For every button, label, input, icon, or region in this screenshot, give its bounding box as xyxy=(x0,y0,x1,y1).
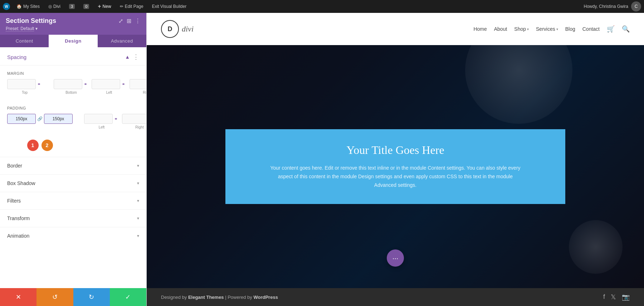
filters-section: Filters ▾ xyxy=(0,192,146,209)
menu-blog[interactable]: Blog xyxy=(565,26,575,32)
wordpress-icon[interactable]: W xyxy=(3,3,10,10)
padding-right-label: Right xyxy=(135,125,143,129)
padding-left-input[interactable] xyxy=(84,114,113,124)
margin-top-group: ⚭ Top xyxy=(7,79,42,94)
margin-label: Margin xyxy=(7,71,139,76)
redo-button[interactable]: ↻ xyxy=(73,288,110,306)
panel-tabs: Content Design Advanced xyxy=(0,35,146,47)
instagram-icon[interactable]: 📷 xyxy=(622,293,630,301)
margin-right-group: ⚭ Right xyxy=(130,79,146,94)
tab-design[interactable]: Design xyxy=(49,35,97,47)
tab-advanced[interactable]: Advanced xyxy=(98,35,146,47)
menu-home[interactable]: Home xyxy=(473,26,487,32)
padding-right-input[interactable] xyxy=(122,114,146,124)
margin-left-label: Left xyxy=(106,91,112,94)
facebook-icon[interactable]: f xyxy=(603,293,605,301)
divi-menu[interactable]: ◎ Divi xyxy=(46,3,63,10)
margin-bottom-link-icon[interactable]: ⚭ xyxy=(82,82,89,87)
more-options-icon[interactable]: ⋮ xyxy=(135,18,141,24)
margin-top-link-icon[interactable]: ⚭ xyxy=(36,82,42,87)
cancel-icon: ✕ xyxy=(16,293,21,301)
cancel-button[interactable]: ✕ xyxy=(0,288,36,306)
services-dropdown-arrow: ▾ xyxy=(556,27,558,31)
margin-top-input[interactable] xyxy=(7,79,36,89)
hero-section: Your Title Goes Here Your content goes h… xyxy=(147,45,644,288)
padding-left-group: ⚭ Left xyxy=(84,114,119,129)
exit-builder-button[interactable]: Exit Visual Builder xyxy=(150,3,189,10)
comment-bubble: 3 xyxy=(69,4,75,9)
box-shadow-chevron-icon: ▾ xyxy=(137,181,139,186)
new-button[interactable]: + New xyxy=(96,2,113,11)
margin-bottom-input[interactable] xyxy=(54,79,82,89)
filters-title: Filters xyxy=(7,198,21,204)
animation-header[interactable]: Animation ▾ xyxy=(0,227,146,244)
menu-about[interactable]: About xyxy=(494,26,507,32)
sites-icon: 🏠 xyxy=(16,4,22,9)
admin-bar: W 🏠 My Sites ◎ Divi 3 0 + New ✏ Edit Pag… xyxy=(0,0,644,13)
padding-bottom-input[interactable] xyxy=(44,114,73,124)
reset-icon: ↺ xyxy=(52,293,58,301)
search-icon[interactable]: 🔍 xyxy=(622,25,630,33)
admin-bar-right: Howdy, Christina Gwira C xyxy=(584,1,641,11)
bottom-toolbar: ✕ ↺ ↻ ✓ xyxy=(0,288,146,306)
margin-right-input[interactable] xyxy=(130,79,146,89)
margin-left-input[interactable] xyxy=(92,79,120,89)
transform-title: Transform xyxy=(7,215,30,221)
box-shadow-title: Box Shadow xyxy=(7,180,35,186)
twitter-icon[interactable]: 𝕏 xyxy=(611,293,616,301)
comment-count[interactable]: 3 xyxy=(67,3,77,10)
tab-content[interactable]: Content xyxy=(0,35,49,47)
margin-left-link-icon[interactable]: ⚭ xyxy=(120,82,127,87)
spacing-section-header: Spacing ▲ ⋮ xyxy=(0,47,146,65)
menu-services[interactable]: Services ▾ xyxy=(536,26,558,32)
padding-left-link-icon[interactable]: ⚭ xyxy=(113,116,119,121)
section-header-actions: ▲ ⋮ xyxy=(125,53,139,61)
padding-link-icon[interactable]: 🔗 xyxy=(36,116,44,121)
border-header[interactable]: Border ▾ xyxy=(0,157,146,174)
padding-top-group: 🔗 1 2 xyxy=(7,114,73,151)
menu-contact[interactable]: Contact xyxy=(582,26,600,32)
avatar: C xyxy=(631,1,641,11)
border-section: Border ▾ xyxy=(0,157,146,174)
filters-header[interactable]: Filters ▾ xyxy=(0,192,146,209)
padding-top-input[interactable] xyxy=(7,114,36,124)
transform-section: Transform ▾ xyxy=(0,209,146,227)
badge-2: 2 xyxy=(42,140,53,151)
margin-group: Margin ⚭ Top ⚭ xyxy=(0,65,146,100)
reset-button[interactable]: ↺ xyxy=(36,288,73,306)
main-layout: Section Settings ⤢ ⊞ ⋮ Preset: Default ▾… xyxy=(0,13,644,306)
preset-label[interactable]: Preset: Default ▾ xyxy=(6,26,141,31)
hero-card: Your Title Goes Here Your content goes h… xyxy=(225,129,565,204)
hero-body: Your content goes here. Edit or remove t… xyxy=(267,164,524,189)
save-icon: ✓ xyxy=(125,293,131,301)
box-shadow-section: Box Shadow ▾ xyxy=(0,174,146,192)
spacing-options-icon[interactable]: ⋮ xyxy=(133,53,139,61)
box-shadow-header[interactable]: Box Shadow ▾ xyxy=(0,175,146,192)
panel-header: Section Settings ⤢ ⊞ ⋮ Preset: Default ▾ xyxy=(0,13,146,35)
spacing-collapse-icon[interactable]: ▲ xyxy=(125,54,130,60)
cart-icon[interactable]: 🛒 xyxy=(607,25,615,33)
bubble-count[interactable]: 0 xyxy=(81,3,91,10)
logo-text: divi xyxy=(182,24,194,34)
margin-right-label: Right xyxy=(143,91,146,94)
site-nav: D divi Home About Shop ▾ Services ▾ xyxy=(147,13,644,45)
site-logo: D divi xyxy=(161,20,194,38)
logo-circle: D xyxy=(161,20,179,38)
grid-icon[interactable]: ⊞ xyxy=(127,18,131,24)
pencil-icon: ✏ xyxy=(120,4,123,9)
save-button[interactable]: ✓ xyxy=(110,288,146,306)
fab-button[interactable]: ··· xyxy=(387,249,404,267)
edit-page-button[interactable]: ✏ Edit Page xyxy=(118,3,146,10)
fullscreen-icon[interactable]: ⤢ xyxy=(118,18,123,24)
padding-group: Padding 🔗 1 2 xyxy=(0,100,146,157)
menu-shop[interactable]: Shop ▾ xyxy=(514,26,529,32)
transform-chevron-icon: ▾ xyxy=(137,216,139,221)
fab-icon: ··· xyxy=(392,254,399,262)
filters-chevron-icon: ▾ xyxy=(137,198,139,203)
border-title: Border xyxy=(7,163,22,169)
transform-header[interactable]: Transform ▾ xyxy=(0,210,146,227)
animation-chevron-icon: ▾ xyxy=(137,233,139,238)
site-menu: Home About Shop ▾ Services ▾ Blog Contac xyxy=(473,25,630,33)
panel-header-icons: ⤢ ⊞ ⋮ xyxy=(118,18,141,24)
my-sites-menu[interactable]: 🏠 My Sites xyxy=(14,3,42,10)
